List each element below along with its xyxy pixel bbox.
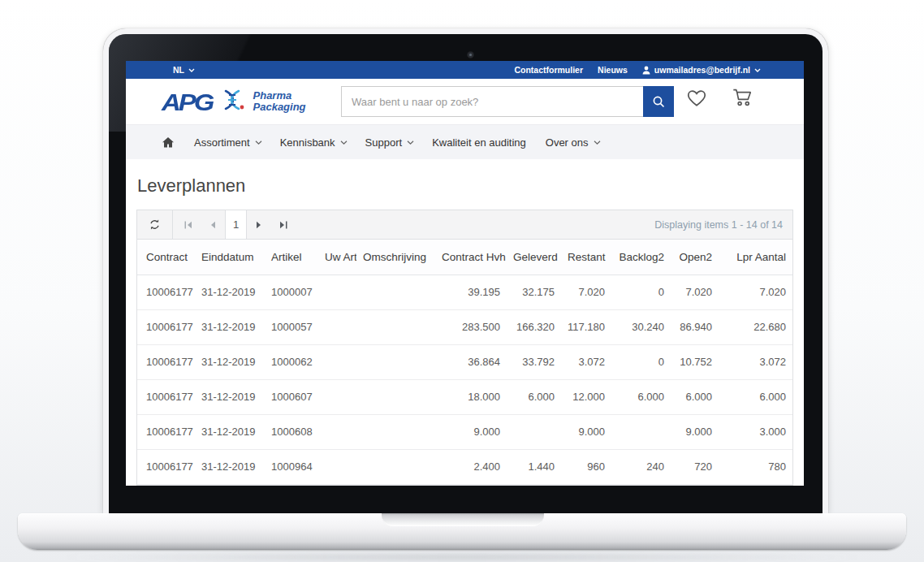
home-icon[interactable]	[162, 136, 175, 149]
laptop-base-notch	[382, 513, 544, 526]
table-header-row: Contract Einddatum Artikel Uw Art Omschr…	[137, 240, 792, 275]
pager-status: Displaying items 1 - 14 of 14	[654, 219, 783, 231]
account-menu[interactable]: uwmailadres@bedrijf.nl	[642, 65, 760, 75]
topbar: NL Contactformulier Nieuws uwmailadres@b…	[126, 61, 804, 79]
current-page-number[interactable]: 1	[225, 210, 247, 239]
chevron-down-icon	[255, 140, 261, 145]
site-header: APG Pharma Packaging	[126, 79, 804, 124]
language-label: NL	[173, 65, 184, 75]
table-row[interactable]: 1000617731-12-2019 1000007 39.195 32.175…	[137, 275, 792, 309]
table-row[interactable]: 1000617731-12-2019 1000062 36.864 33.792…	[137, 344, 792, 379]
table-row[interactable]: 1000617731-12-2019 1000607 18.000 6.0001…	[137, 379, 792, 414]
column-header-restant[interactable]: Restant	[561, 240, 611, 275]
column-header-geleverd[interactable]: Geleverd	[507, 240, 561, 275]
column-header-contract-hvh[interactable]: Contract Hvh	[435, 240, 507, 275]
table-row[interactable]: 1000617731-12-2019 1000964 2.400 1.44096…	[137, 449, 792, 484]
account-email: uwmailadres@bedrijf.nl	[654, 65, 750, 75]
page-title: Leverplannen	[136, 175, 793, 197]
column-header-open2[interactable]: Open2	[671, 240, 719, 275]
user-icon	[642, 66, 650, 75]
nav-item-support[interactable]: Support	[365, 136, 413, 149]
dna-logo-icon	[219, 88, 247, 115]
logo-tagline-1: Pharma	[253, 90, 306, 102]
nav-item-kwaliteit-en-auditing[interactable]: Kwaliteit en auditing	[432, 136, 526, 149]
nav-item-assortiment[interactable]: Assortiment	[194, 136, 261, 149]
leverplannen-table: Contract Einddatum Artikel Uw Art Omschr…	[137, 240, 792, 485]
column-header-einddatum[interactable]: Einddatum	[195, 240, 265, 275]
search-bar	[341, 86, 674, 117]
chevron-down-icon	[594, 140, 599, 145]
chevron-down-icon	[407, 140, 412, 145]
company-logo[interactable]: APG Pharma Packaging	[162, 88, 306, 115]
column-header-omschrijving[interactable]: Omschrijving	[356, 240, 435, 275]
search-icon	[652, 95, 666, 109]
wishlist-heart-icon[interactable]	[686, 88, 707, 107]
main-navigation: Assortiment Kennisbank Support Kwaliteit…	[126, 124, 804, 159]
laptop-base	[18, 513, 906, 550]
webcam	[467, 51, 474, 58]
browser-viewport: NL Contactformulier Nieuws uwmailadres@b…	[126, 61, 804, 486]
column-header-contract[interactable]: Contract	[137, 240, 195, 275]
page-content: Leverplannen	[126, 159, 804, 486]
column-header-artikel[interactable]: Artikel	[265, 240, 318, 275]
contact-link[interactable]: Contactformulier	[514, 65, 583, 75]
previous-page-button[interactable]	[201, 210, 225, 239]
grid-pager: 1 Displaying items 1 - 14 of 14	[137, 210, 792, 240]
logo-tagline-2: Packaging	[253, 102, 306, 113]
search-button[interactable]	[643, 86, 674, 117]
table-row[interactable]: 1000617731-12-2019 1000608 9.000 9.000 9…	[137, 414, 792, 449]
logo-apg-text: APG	[162, 89, 213, 114]
column-header-lpr-aantal[interactable]: Lpr Aantal	[719, 240, 792, 275]
next-page-button[interactable]	[247, 210, 271, 239]
first-page-button[interactable]	[176, 210, 201, 239]
column-header-uw-art[interactable]: Uw Art	[318, 240, 356, 275]
laptop-reflection	[49, 553, 875, 561]
news-link[interactable]: Nieuws	[598, 65, 628, 75]
chevron-down-icon	[754, 67, 760, 73]
column-header-backlog2[interactable]: Backlog2	[611, 240, 671, 275]
refresh-icon	[149, 218, 161, 231]
laptop-screen-shell: NL Contactformulier Nieuws uwmailadres@b…	[103, 28, 828, 513]
nav-item-over-ons[interactable]: Over ons	[546, 136, 599, 149]
leverplannen-grid: 1 Displaying items 1 - 14 of 14	[136, 210, 793, 486]
chevron-down-icon	[340, 140, 346, 145]
shopping-cart-icon[interactable]	[732, 87, 753, 107]
search-input[interactable]	[341, 86, 643, 117]
chevron-down-icon	[188, 67, 194, 73]
nav-item-kennisbank[interactable]: Kennisbank	[280, 136, 346, 149]
last-page-button[interactable]	[271, 210, 296, 239]
refresh-button[interactable]	[137, 210, 173, 239]
table-row[interactable]: 1000617731-12-2019 1000057 283.500 166.3…	[137, 309, 792, 344]
language-selector[interactable]: NL	[173, 65, 194, 75]
